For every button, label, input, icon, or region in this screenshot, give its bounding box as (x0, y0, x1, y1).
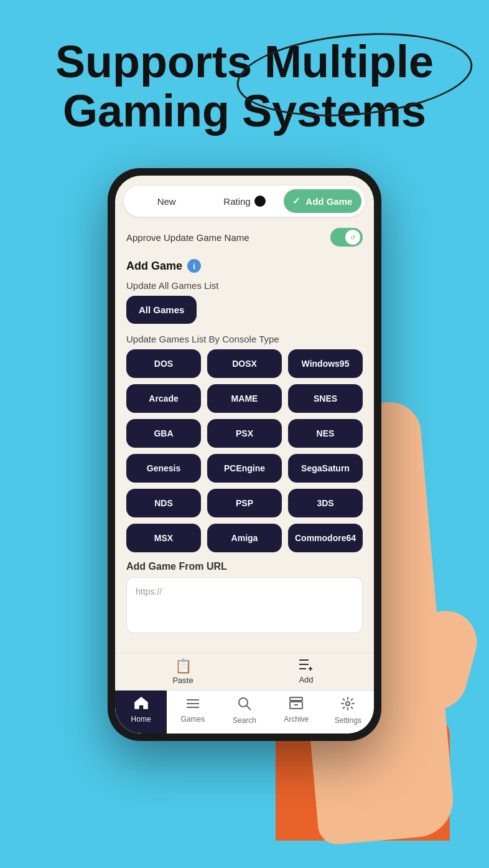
console-btn-snes[interactable]: SNES (288, 384, 363, 413)
console-btn-windows95[interactable]: Windows95 (288, 349, 363, 378)
update-by-console-label: Update Games List By Console Type (126, 334, 363, 344)
bottom-nav: Home Games (115, 690, 374, 734)
hand-thumb (398, 604, 484, 716)
console-btn-gba[interactable]: GBA (126, 419, 201, 448)
console-btn-msx[interactable]: MSX (126, 524, 201, 552)
svg-point-13 (346, 702, 350, 705)
screen-content[interactable]: Add Game i Update All Games List All Gam… (115, 253, 374, 653)
phone-scene: New Rating ✓ Add Game Approve Update Gam… (101, 168, 388, 791)
nav-archive[interactable]: Archive (271, 691, 322, 734)
console-btn-genesis[interactable]: Genesis (126, 454, 201, 483)
console-btn-3ds[interactable]: 3DS (288, 489, 363, 517)
console-btn-commodore64[interactable]: Commodore64 (288, 524, 363, 552)
console-btn-nes[interactable]: NES (288, 419, 363, 448)
url-input[interactable]: https:// (126, 577, 363, 633)
add-button[interactable]: Add (249, 658, 363, 685)
add-game-title: Add Game i (126, 259, 363, 273)
console-btn-dosx[interactable]: DOSX (207, 349, 282, 378)
tab-add-game[interactable]: ✓ Add Game (284, 189, 361, 213)
approve-toggle[interactable]: ↺ (330, 228, 363, 247)
console-grid: DOS DOSX Windows95 Arcade MAME SNES GBA … (126, 349, 363, 552)
archive-icon (289, 697, 303, 713)
phone-frame: New Rating ✓ Add Game Approve Update Gam… (108, 168, 381, 741)
info-icon[interactable]: i (187, 259, 201, 273)
svg-rect-10 (290, 697, 302, 701)
nav-home[interactable]: Home (115, 691, 167, 734)
games-icon (186, 697, 200, 713)
toggle-knob: ↺ (345, 230, 360, 245)
settings-icon (341, 697, 355, 714)
search-icon (238, 697, 251, 714)
console-btn-psx[interactable]: PSX (207, 419, 282, 448)
top-tab-bar: New Rating ✓ Add Game (124, 186, 365, 217)
console-btn-nds[interactable]: NDS (126, 489, 201, 517)
nav-search[interactable]: Search (218, 691, 270, 734)
tab-new[interactable]: New (128, 190, 205, 213)
svg-line-9 (246, 705, 251, 710)
rating-dot (254, 196, 266, 207)
nav-games[interactable]: Games (167, 691, 218, 734)
url-section-title: Add Game From URL (126, 561, 363, 572)
nav-settings[interactable]: Settings (322, 691, 374, 734)
console-btn-mame[interactable]: MAME (207, 384, 282, 413)
add-icon (299, 658, 314, 674)
console-btn-amiga[interactable]: Amiga (207, 524, 282, 552)
console-btn-dos[interactable]: DOS (126, 349, 201, 378)
console-btn-pcengine[interactable]: PCEngine (207, 454, 282, 483)
paste-icon: 📋 (175, 658, 192, 674)
approve-row: Approve Update Game Name ↺ (115, 222, 374, 253)
approve-label: Approve Update Game Name (126, 232, 249, 243)
paste-button[interactable]: 📋 Paste (126, 658, 240, 685)
svg-point-8 (239, 698, 248, 707)
action-row: 📋 Paste Add (115, 653, 374, 690)
home-icon (134, 697, 148, 713)
all-games-button[interactable]: All Games (126, 296, 197, 324)
console-btn-arcade[interactable]: Arcade (126, 384, 201, 413)
phone-screen: New Rating ✓ Add Game Approve Update Gam… (115, 176, 374, 734)
console-btn-segasaturn[interactable]: SegaSaturn (288, 454, 363, 483)
update-all-label: Update All Games List (126, 280, 363, 291)
tab-rating[interactable]: Rating (205, 189, 283, 213)
console-btn-psp[interactable]: PSP (207, 489, 282, 517)
